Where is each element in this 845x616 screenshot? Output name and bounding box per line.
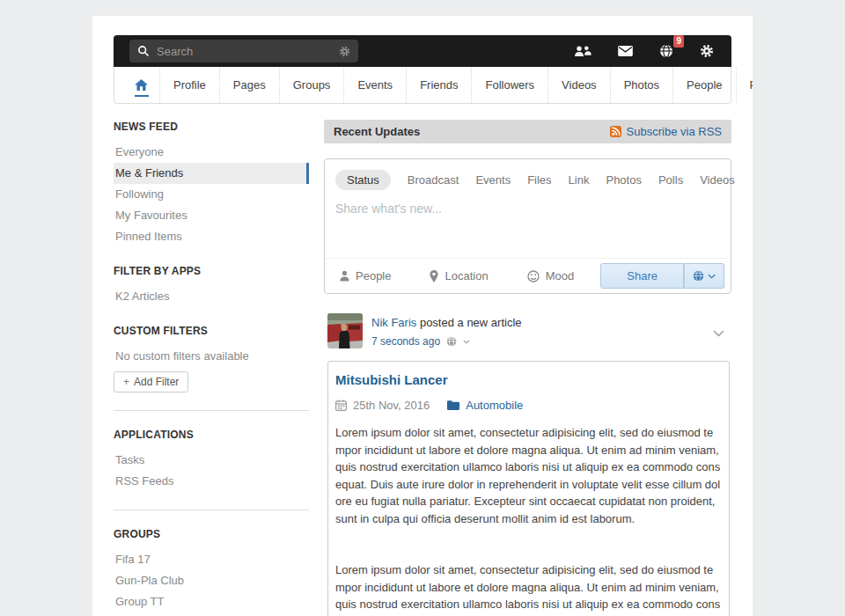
composer-tab-broadcast[interactable]: Broadcast [408,170,459,190]
privacy-globe-icon [693,270,704,282]
folder-icon [447,400,459,410]
share-composer: Status Broadcast Events Files Link Photo… [324,158,731,294]
sidebar-item-group-tt[interactable]: Group TT [114,591,309,612]
search-icon [137,45,150,57]
privacy-chevron-icon[interactable] [463,340,470,344]
person-icon [340,270,349,282]
sidebar-item-gun-pla-club[interactable]: Gun-Pla Club [114,570,309,591]
sidebar-item-fifa-17[interactable]: Fifa 17 [114,549,309,570]
tab-polls[interactable]: Polls [736,67,753,103]
tab-photos[interactable]: Photos [610,67,672,103]
sidebar-item-tasks[interactable]: Tasks [114,450,309,471]
composer-tab-polls[interactable]: Polls [658,170,683,190]
article-title[interactable]: Mitsubishi Lancer [335,372,722,387]
notifications-icon[interactable]: 9 [658,42,675,60]
composer-tab-photos[interactable]: Photos [606,170,641,190]
search-box[interactable] [129,40,358,62]
article-body: Lorem ipsum dolor sit amet, consectetur … [335,424,722,616]
plus-icon: + [123,377,129,387]
tag-people-button[interactable]: People [331,264,400,288]
tab-pages[interactable]: Pages [219,67,279,103]
sidebar-item-everyone[interactable]: Everyone [114,142,309,163]
custom-filters-empty-text: No custom filters available [114,346,309,368]
sidebar-heading-custom-filters: CUSTOM FILTERS [114,325,309,337]
add-filter-label: Add Filter [134,376,179,388]
main-nav: Profile Pages Groups Events Friends Foll… [114,67,731,104]
feed-header: Recent Updates Subscribe via RSS [324,120,731,143]
author-link[interactable]: Nik Faris [371,316,416,329]
post-title-line: Nik Faris posted a new article [371,316,522,329]
post-meta-line: 7 seconds ago [371,335,522,348]
post-header: Nik Faris posted a new article 7 seconds… [327,313,730,348]
smiley-icon [527,270,540,282]
sidebar-divider [114,410,309,411]
composer-tab-videos[interactable]: Videos [700,170,735,190]
composer-tabs: Status Broadcast Events Files Link Photo… [325,159,731,194]
sidebar-heading-filter-by-apps: FILTER BY APPS [114,265,309,277]
tab-home[interactable] [123,67,159,103]
composer-tab-files[interactable]: Files [527,170,551,190]
tab-videos[interactable]: Videos [547,67,610,103]
tab-events[interactable]: Events [343,67,406,103]
sidebar-item-my-favourites[interactable]: My Favourites [114,205,309,226]
composer-tab-events[interactable]: Events [475,170,511,190]
sidebar-item-rss-feeds[interactable]: RSS Feeds [114,471,309,492]
article-category-link[interactable]: Automobile [466,399,523,412]
composer-footer: People Location Mood [325,258,731,293]
tag-people-label: People [356,269,391,282]
sidebar-item-k2-articles[interactable]: K2 Articles [114,286,309,307]
content-area: NEWS FEED Everyone Me & Friends Followin… [114,120,731,616]
messages-icon[interactable] [616,44,635,58]
sidebar-item-pinned-items[interactable]: Pinned Items [114,226,309,247]
tab-followers[interactable]: Followers [471,67,547,103]
article-category-group: Automobile [447,399,523,412]
post-privacy-globe-icon[interactable] [446,336,457,347]
tab-friends[interactable]: Friends [406,67,471,103]
composer-tab-status[interactable]: Status [335,170,391,190]
article-paragraph: Lorem ipsum dolor sit amet, consectetur … [335,424,722,527]
feed-title: Recent Updates [334,125,420,138]
search-input[interactable] [155,44,334,59]
post-time-link[interactable]: 7 seconds ago [371,335,440,348]
subscribe-rss-link[interactable]: Subscribe via RSS [610,125,722,138]
composer-tab-link[interactable]: Link [569,170,590,190]
home-icon [135,79,148,91]
add-mood-label: Mood [546,269,575,282]
sidebar-heading-news-feed: NEWS FEED [114,121,309,133]
top-toolbar: 9 [114,35,731,67]
avatar[interactable] [327,313,363,348]
rss-icon [610,126,621,137]
article-meta: 25th Nov, 2016 Automobile [335,399,722,412]
tab-profile[interactable]: Profile [159,67,219,103]
sidebar-item-following[interactable]: Following [114,184,309,205]
article-paragraph: Lorem ipsum dolor sit amet, consectetur … [335,561,722,616]
search-settings-icon[interactable] [339,46,350,57]
add-mood-button[interactable]: Mood [518,264,584,288]
post-action-text: posted a new article [420,316,522,329]
sidebar-divider [114,510,309,510]
app-card: 9 Profile Pages Groups Events Friends Fo… [92,16,753,616]
share-button-group: Share [600,263,724,289]
add-filter-button[interactable]: + Add Filter [114,371,188,392]
feed-column: Recent Updates Subscribe via RSS Status … [324,120,731,616]
add-location-button[interactable]: Location [421,264,496,288]
sidebar-heading-groups: GROUPS [114,528,309,540]
sidebar: NEWS FEED Everyone Me & Friends Followin… [114,120,309,616]
toolbar-icons: 9 [572,42,716,60]
post-options-chevron-icon[interactable] [713,325,724,341]
article-date-group: 25th Nov, 2016 [335,399,430,412]
share-button[interactable]: Share [600,263,684,289]
sidebar-heading-applications: APPLICATIONS [114,429,309,441]
map-pin-icon [430,270,438,282]
subscribe-rss-label: Subscribe via RSS [627,125,722,138]
stream-post: Nik Faris posted a new article 7 seconds… [327,313,730,616]
settings-icon[interactable] [698,42,716,60]
tab-people[interactable]: People [672,67,735,103]
tab-groups[interactable]: Groups [279,67,344,103]
chevron-down-icon [708,274,716,279]
friends-icon[interactable] [572,43,593,60]
status-input[interactable] [325,194,731,258]
article-card: Mitsubishi Lancer 25th Nov, 2016 [327,361,730,616]
share-privacy-dropdown[interactable] [684,263,724,289]
sidebar-item-me-and-friends[interactable]: Me & Friends [114,163,309,184]
